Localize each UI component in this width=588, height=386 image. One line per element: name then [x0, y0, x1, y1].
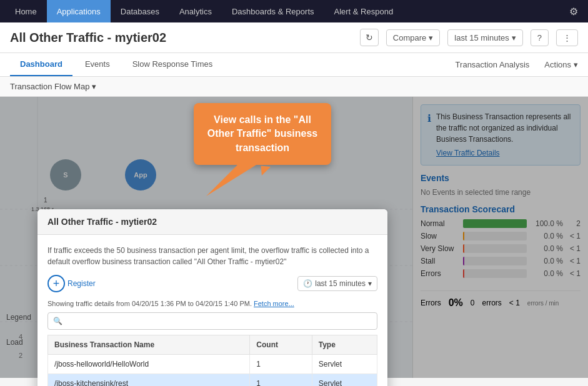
- table-header-name: Business Transaction Name: [48, 335, 250, 355]
- tab-right-area: Transaction Analysis Actions ▾: [451, 54, 578, 76]
- table-row[interactable]: /jboss-helloworld/HelloWorld 1 Servlet: [48, 355, 377, 374]
- time-range-button[interactable]: last 15 minutes ▾: [447, 29, 522, 46]
- nav-alert-respond[interactable]: Alert & Respond: [324, 0, 404, 22]
- actions-chevron-icon: ▾: [574, 60, 578, 69]
- modal-controls: + Register 🕐 last 15 minutes ▾: [47, 275, 377, 292]
- time-range-label: last 15 minutes: [454, 33, 509, 42]
- table-header-type: Type: [312, 335, 377, 355]
- tab-slow-response[interactable]: Slow Response Times: [122, 53, 223, 76]
- actions-label: Actions: [544, 60, 571, 69]
- flow-map-chevron-icon: ▾: [92, 82, 96, 91]
- transaction-analysis-label: Transaction Analysis: [451, 54, 535, 76]
- register-button[interactable]: + Register: [47, 275, 96, 292]
- help-button[interactable]: ?: [531, 29, 549, 46]
- tooltip-arrow-svg: [206, 159, 256, 196]
- compare-chevron-icon: ▾: [429, 33, 433, 42]
- table-cell-name: /jboss-helloworld/HelloWorld: [48, 355, 250, 374]
- sub-header[interactable]: Transaction Flow Map ▾: [0, 77, 588, 97]
- gear-icon[interactable]: ⚙: [564, 6, 583, 17]
- table-header-count: Count: [250, 335, 312, 355]
- fetch-more-link[interactable]: Fetch more...: [254, 300, 294, 307]
- modal-dialog: All Other Traffic - mytier02 If traffic …: [37, 209, 387, 386]
- nav-applications[interactable]: Applications: [47, 0, 111, 22]
- clock-icon: 🕐: [303, 279, 312, 288]
- page-header: All Other Traffic - mytier02 ↻ Compare ▾…: [0, 22, 588, 53]
- modal-header: All Other Traffic - mytier02: [37, 209, 387, 235]
- nav-dashboards[interactable]: Dashboards & Reports: [222, 0, 324, 22]
- flow-map-label: Transaction Flow Map: [10, 82, 89, 91]
- table-cell-count: 1: [250, 355, 312, 374]
- nav-home[interactable]: Home: [5, 0, 47, 22]
- more-button[interactable]: ⋮: [556, 29, 578, 46]
- table-cell-type: Servlet: [312, 374, 377, 387]
- table-cell-name: /jboss-kitchensink/rest: [48, 374, 250, 387]
- modal-time-range-selector[interactable]: 🕐 last 15 minutes ▾: [297, 276, 377, 291]
- tooltip-text: View calls in the "All Other Traffic" bu…: [207, 114, 318, 153]
- modal-title: All Other Traffic - mytier02: [47, 217, 157, 227]
- modal-body: If traffic exceeds the 50 business trans…: [37, 235, 387, 386]
- business-transaction-table: Business Transaction Name Count Type /jb…: [47, 335, 377, 386]
- top-navigation: Home Applications Databases Analytics Da…: [0, 0, 588, 22]
- time-range-chevron-icon: ▾: [512, 33, 516, 42]
- tab-bar: Dashboard Events Slow Response Times Tra…: [0, 53, 588, 77]
- table-cell-type: Servlet: [312, 355, 377, 374]
- nav-analytics[interactable]: Analytics: [169, 0, 222, 22]
- table-row[interactable]: /jboss-kitchensink/rest 1 Servlet: [48, 374, 377, 387]
- actions-button[interactable]: Actions ▾: [544, 60, 578, 69]
- page-title: All Other Traffic - mytier02: [10, 31, 352, 45]
- tooltip-callout: View calls in the "All Other Traffic" bu…: [194, 103, 331, 165]
- modal-overlay: View calls in the "All Other Traffic" bu…: [0, 97, 588, 378]
- add-circle-icon: +: [47, 275, 65, 292]
- modal-time-chevron-icon: ▾: [368, 279, 372, 288]
- tab-events[interactable]: Events: [75, 53, 120, 76]
- refresh-button[interactable]: ↻: [360, 29, 379, 46]
- tab-dashboard[interactable]: Dashboard: [10, 53, 72, 76]
- table-cell-count: 1: [250, 374, 312, 387]
- modal-traffic-info: Showing traffic details from 04/20/15 1:…: [47, 300, 377, 307]
- main-content: S App 1 1.3.168-r Legend Load 4 2 ℹ This…: [0, 97, 588, 378]
- compare-button[interactable]: Compare ▾: [386, 29, 440, 46]
- search-input[interactable]: [47, 312, 377, 330]
- compare-label: Compare: [393, 33, 426, 42]
- nav-databases[interactable]: Databases: [111, 0, 169, 22]
- modal-description: If traffic exceeds the 50 business trans…: [47, 245, 377, 267]
- register-label: Register: [67, 279, 96, 288]
- modal-time-range-label: last 15 minutes: [315, 279, 366, 288]
- svg-marker-4: [206, 159, 256, 196]
